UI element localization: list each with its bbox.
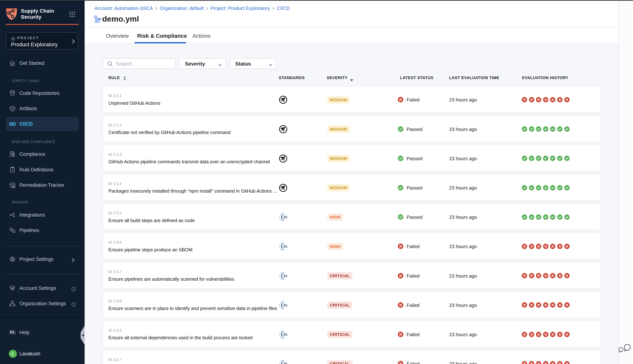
- svg-text:CIS: CIS: [281, 332, 287, 336]
- svg-text:CIS: CIS: [281, 303, 287, 307]
- svg-text:CIS: CIS: [281, 274, 287, 278]
- svg-text:CIS: CIS: [281, 244, 287, 248]
- svg-text:CIS: CIS: [281, 362, 287, 364]
- svg-text:?: ?: [11, 330, 13, 334]
- svg-text:CIS: CIS: [281, 215, 287, 219]
